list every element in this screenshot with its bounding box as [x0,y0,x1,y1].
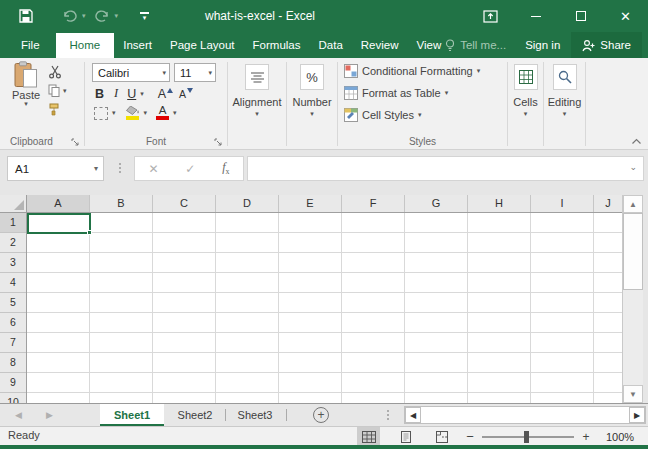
column-header-g[interactable]: G [405,195,468,212]
font-family-select[interactable]: Calibri▾ [92,63,170,82]
clipboard-dialog-launcher-icon[interactable] [71,138,80,147]
enter-icon[interactable]: ✓ [185,162,195,176]
cancel-icon[interactable]: ✕ [148,162,158,176]
vertical-scrollbar[interactable]: ▲ ▼ [622,195,643,403]
borders-button[interactable] [94,107,108,120]
formula-bar-expand-icon[interactable]: ⌄ [629,162,637,172]
row-header-3[interactable]: 3 [0,253,26,273]
increase-font-button[interactable]: A [158,87,173,101]
sheet-nav-left-icon[interactable]: ◀ [15,410,22,420]
fill-color-button[interactable] [126,106,140,120]
zoom-slider-thumb[interactable] [524,431,529,443]
column-header-c[interactable]: C [153,195,216,212]
share-button[interactable]: Share [571,32,642,58]
copy-button[interactable]: ▾ [48,83,67,98]
close-button[interactable]: ✕ [603,0,648,32]
column-header-a[interactable]: A [27,195,90,212]
row-header-2[interactable]: 2 [0,233,26,253]
tab-insert[interactable]: Insert [114,32,161,58]
sheet-bar-separator[interactable] [387,410,389,420]
paste-dropdown-icon[interactable]: ▾ [7,101,45,107]
tab-page-layout[interactable]: Page Layout [161,32,244,58]
column-header-b[interactable]: B [90,195,153,212]
underline-dropdown-icon[interactable]: ▾ [140,91,144,97]
font-color-dropdown-icon[interactable]: ▾ [173,110,177,116]
tab-review[interactable]: Review [352,32,408,58]
redo-dropdown-icon[interactable]: ▾ [115,12,119,20]
sheet-nav-right-icon[interactable]: ▶ [46,410,53,420]
tab-home[interactable]: Home [56,33,115,58]
row-header-10[interactable]: 10 [0,393,26,403]
scroll-down-icon[interactable]: ▼ [623,385,643,403]
row-header-8[interactable]: 8 [0,353,26,373]
sheet-tab-sheet1[interactable]: Sheet1 [100,404,164,426]
select-all-corner[interactable] [0,195,27,213]
paste-button[interactable]: Paste ▾ [7,61,45,107]
cell-styles-button[interactable]: Cell Styles▾ [344,107,421,123]
font-size-select[interactable]: 11▾ [174,63,216,82]
save-icon[interactable] [19,0,33,32]
alignment-dropdown-icon[interactable]: ▾ [228,111,286,117]
column-header-d[interactable]: D [216,195,279,212]
row-header-6[interactable]: 6 [0,313,26,333]
tell-me-box[interactable]: Tell me... [437,39,514,52]
number-format-button[interactable]: % [300,64,324,90]
zoom-in-icon[interactable]: + [578,430,594,444]
fill-color-dropdown-icon[interactable]: ▾ [144,110,148,116]
column-header-j[interactable]: J [594,195,622,212]
number-dropdown-icon[interactable]: ▾ [287,111,337,117]
scroll-up-icon[interactable]: ▲ [623,195,643,213]
vertical-scroll-thumb[interactable] [623,213,643,290]
zoom-out-icon[interactable]: − [462,429,478,444]
zoom-slider[interactable] [482,436,574,438]
insert-function-icon[interactable]: fx [222,160,229,176]
ribbon-display-options-icon[interactable] [468,0,513,32]
page-layout-view-button[interactable] [394,427,417,446]
column-header-h[interactable]: H [468,195,531,212]
maximize-button[interactable] [558,0,603,32]
spreadsheet-grid[interactable] [27,213,622,403]
sheet-tab-sheet2[interactable]: Sheet2 [166,404,224,426]
column-header-i[interactable]: I [531,195,594,212]
underline-button[interactable]: U [127,87,136,101]
redo-icon[interactable] [95,0,110,32]
decrease-font-button[interactable]: A [179,88,193,100]
formula-bar-separator[interactable] [119,163,121,173]
new-sheet-icon[interactable]: + [313,407,329,423]
normal-view-button[interactable] [357,427,380,446]
zoom-percentage[interactable]: 100% [606,431,634,443]
formula-input[interactable]: ⌄ [247,156,644,181]
page-break-view-button[interactable] [430,427,453,446]
minimize-button[interactable] [513,0,558,32]
bold-button[interactable]: B [95,87,104,101]
row-header-5[interactable]: 5 [0,293,26,313]
borders-dropdown-icon[interactable]: ▾ [112,110,116,116]
row-header-1[interactable]: 1 [0,213,26,233]
row-header-9[interactable]: 9 [0,373,26,393]
format-painter-button[interactable] [48,102,67,117]
cut-button[interactable] [48,64,67,79]
sheet-tab-sheet3[interactable]: Sheet3 [226,404,284,426]
format-as-table-button[interactable]: Format as Table▾ [344,85,448,101]
font-color-button[interactable]: A [156,106,169,120]
name-box-dropdown-icon[interactable]: ▾ [94,164,103,173]
font-dialog-launcher-icon[interactable] [214,138,223,147]
collapse-ribbon-icon[interactable] [631,138,642,145]
tab-data[interactable]: Data [310,32,352,58]
editing-button[interactable] [553,64,577,90]
column-header-f[interactable]: F [342,195,405,212]
conditional-formatting-button[interactable]: Conditional Formatting▾ [344,63,480,79]
fill-handle[interactable] [87,230,92,235]
active-cell-selection[interactable] [27,213,91,234]
scroll-right-icon[interactable]: ▶ [629,407,645,423]
editing-dropdown-icon[interactable]: ▾ [544,111,585,117]
italic-button[interactable]: I [114,86,118,101]
tab-file[interactable]: File [8,32,53,58]
undo-dropdown-icon[interactable]: ▾ [82,12,86,20]
horizontal-scrollbar[interactable]: ◀ ▶ [404,406,646,424]
sign-in-button[interactable]: Sign in [514,39,571,51]
tab-formulas[interactable]: Formulas [244,32,310,58]
scroll-left-icon[interactable]: ◀ [405,407,421,423]
row-header-4[interactable]: 4 [0,273,26,293]
row-header-7[interactable]: 7 [0,333,26,353]
